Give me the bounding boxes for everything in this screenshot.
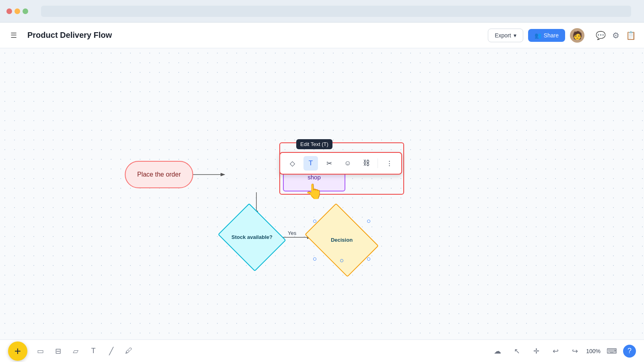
bottom-toolbar-right: ☁ ↖ ✛ ↩ ↪ 100% ⌨ ? <box>489 343 636 359</box>
help-button[interactable]: ? <box>623 345 636 358</box>
link-tool-button[interactable]: ⛓ <box>359 156 374 171</box>
edit-text-popup: Edit Text (T) ◇ T ✂ ☺ ⛓ ⋮ <box>279 141 402 175</box>
cut-tool-button[interactable]: ✂ <box>322 156 336 171</box>
handle-top-right[interactable] <box>367 220 370 223</box>
table-tool-button[interactable]: ⊟ <box>50 343 66 359</box>
note-tool-button[interactable]: ▱ <box>68 343 84 359</box>
edit-text-toolbar: ◇ T ✂ ☺ ⛓ ⋮ <box>279 152 402 175</box>
handle-top-left[interactable] <box>313 220 316 223</box>
close-dot[interactable] <box>6 8 12 14</box>
undo-button[interactable]: ↩ <box>547 343 564 359</box>
more-options-button[interactable]: ⋮ <box>382 156 396 171</box>
avatar[interactable]: 🧑 <box>570 28 584 43</box>
diagram-title: Product Delivery Flow <box>27 31 112 40</box>
share-button[interactable]: 👥 Share <box>528 29 565 42</box>
pen-tool-button[interactable]: 🖊 <box>121 343 137 359</box>
yes-label: Yes <box>288 230 296 236</box>
shape-tool-button[interactable]: ◇ <box>285 156 299 171</box>
url-bar <box>41 6 631 17</box>
minimize-dot[interactable] <box>14 8 20 14</box>
text-tool-bottom-button[interactable]: T <box>85 343 101 359</box>
redo-button[interactable]: ↪ <box>567 343 583 359</box>
toolbar-right-icons: 💬 ⚙ 📋 <box>596 31 636 40</box>
settings-icon[interactable]: ⚙ <box>612 31 619 40</box>
window-controls <box>6 8 28 14</box>
line-tool-button[interactable]: ╱ <box>103 343 119 359</box>
move-icon[interactable]: ✛ <box>528 343 544 359</box>
canvas[interactable]: Yes Place the order Edit Text (T) ◇ T ✂ … <box>0 48 644 339</box>
edit-log-icon[interactable]: 📋 <box>626 31 636 40</box>
handle-bottom-right[interactable] <box>367 257 370 261</box>
menu-icon[interactable]: ☰ <box>8 29 19 42</box>
canvas-background <box>0 48 644 339</box>
cloud-save-icon[interactable]: ☁ <box>489 343 506 359</box>
handle-bottom-left[interactable] <box>313 257 316 261</box>
export-button[interactable]: Export ▾ <box>488 29 523 42</box>
main-toolbar: ☰ Product Delivery Flow Export ▾ 👥 Share… <box>0 23 644 48</box>
comment-icon[interactable]: 💬 <box>596 31 606 40</box>
edit-text-tooltip: Edit Text (T) <box>296 139 332 149</box>
emoji-tool-button[interactable]: ☺ <box>341 156 355 171</box>
title-bar <box>0 0 644 23</box>
rectangle-tool-button[interactable]: ▭ <box>32 343 48 359</box>
keyboard-icon[interactable]: ⌨ <box>604 343 620 359</box>
toolbar-divider <box>378 158 378 168</box>
node-place-order[interactable]: Place the order <box>125 161 193 188</box>
text-tool-button[interactable]: T <box>303 156 318 171</box>
node-stock-available[interactable]: Stock available? <box>226 215 278 259</box>
cursor-icon[interactable]: ↖ <box>509 343 525 359</box>
zoom-level: 100% <box>586 348 601 354</box>
bottom-toolbar: + ▭ ⊟ ▱ T ╱ 🖊 ☁ ↖ ✛ ↩ ↪ 100% ⌨ ? <box>0 339 644 362</box>
node-decision[interactable]: Decision <box>312 218 372 262</box>
handle-bottom-middle[interactable] <box>340 259 343 262</box>
maximize-dot[interactable] <box>23 8 28 14</box>
add-fab-button[interactable]: + <box>8 341 27 361</box>
